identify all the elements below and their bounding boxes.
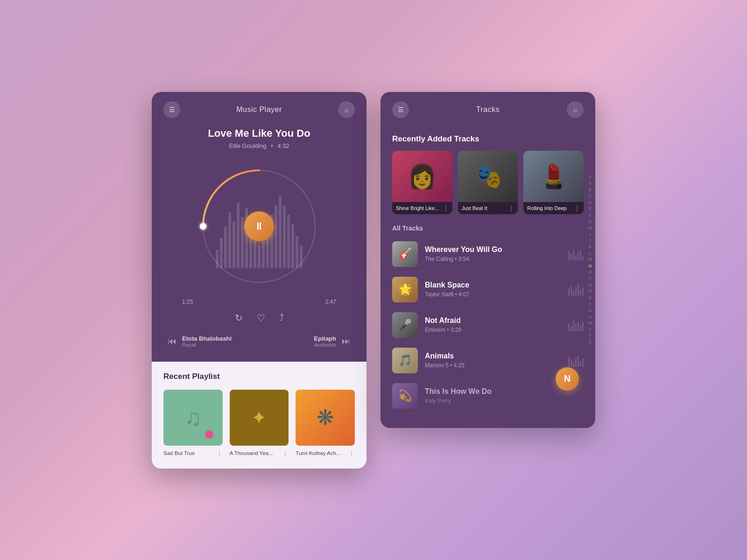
album-card-cher[interactable]: 💄 Rolling Into Deep ⋮ [523,151,584,214]
alpha-letter-y[interactable]: Y [587,333,593,339]
alpha-letter-o[interactable]: O [587,269,593,275]
next-button[interactable]: ⏭ [342,336,350,346]
alpha-letter-q[interactable]: Q [587,282,593,288]
alpha-letter-f[interactable]: F [587,212,593,218]
playlist-item-3[interactable]: Tumi Kothay Ach... ⋮ [296,390,355,457]
player-menu-button[interactable]: ☰ [163,101,180,118]
time-labels: 1:25 2:47 [163,299,355,305]
album-dots-1[interactable]: ⋮ [443,205,449,211]
track-artist-3: Eminem • 3:29 [425,327,561,333]
next-track-artist: Aurthohin [314,342,336,348]
eq-mini-4 [568,354,584,367]
alpha-letter-c[interactable]: C [587,193,593,199]
album-cover-rihanna: 👩 [392,151,452,202]
playlist-item-footer-2: A Thousand Yea... ⋮ [230,449,289,457]
tracks-menu-icon: ☰ [398,106,404,113]
alpha-letter-j[interactable]: J [587,238,593,244]
alpha-letter-i[interactable]: I [587,231,593,238]
prev-track-artist: Recall [182,342,232,348]
track-title-3: Not Afraid [425,316,561,325]
playlist-item-1[interactable]: Sad But True ⋮ [163,390,223,457]
track-thumb-4: 🎵 [392,348,418,373]
alpha-letter-k[interactable]: K [587,244,593,250]
alpha-letter-u[interactable]: U [587,308,593,314]
n-circle-button[interactable]: N [556,367,579,391]
playlist-item-2[interactable]: A Thousand Yea... ⋮ [230,390,289,457]
all-tracks-label: All Tracks [392,224,584,232]
current-track-info: Love Me Like You Do Ellie Goulding • 4:3… [163,127,355,149]
alpha-letter-n[interactable]: N [587,263,593,269]
track-thumb-3: 🎤 [392,312,418,338]
album-cover-michael: 🎭 [458,151,518,202]
alpha-letter-g[interactable]: G [587,219,593,225]
n-label: N [564,373,571,384]
share-button[interactable]: ⤴ [279,312,284,323]
dot-separator: • [271,142,273,149]
menu-icon: ☰ [169,106,175,113]
alpha-letter-l[interactable]: L [587,251,593,257]
tracks-search-button[interactable]: ⌕ [567,101,584,118]
prev-button[interactable]: ⏮ [168,336,176,346]
alpha-letter-x[interactable]: X [587,327,593,333]
player-circle: ⏸ [194,161,324,292]
alpha-letter-d[interactable]: D [587,200,593,206]
track-row-1[interactable]: 🎸 Wherever You Will Go The Calling • 3:5… [392,237,584,272]
alpha-letter-e[interactable]: E [587,206,593,212]
track-thumb-2: 🌟 [392,277,418,302]
alpha-letter-b[interactable]: B [587,187,593,193]
repeat-button[interactable]: ↻ [235,312,243,323]
track-details-5: This Is How We Do Katy Perry [425,387,584,404]
alpha-letter-p[interactable]: P [587,276,593,282]
track-meta: Ellie Goulding • 4:32 [163,142,355,149]
progress-dot[interactable] [200,223,206,230]
recently-added-label: Recently Added Tracks [392,134,584,144]
player-title: Music Player [236,105,282,114]
eq-mini-1 [568,247,584,260]
track-details-1: Wherever You Will Go The Calling • 3:54 [425,245,561,262]
tracks-menu-button[interactable]: ☰ [392,101,409,118]
end-time: 2:47 [325,299,336,305]
player-top: ☰ Music Player ⌕ Love Me Like You Do Ell… [152,92,366,362]
alpha-letter-#[interactable]: # [587,174,593,180]
track-title-5: This Is How We Do [425,387,584,396]
playlist-name-3: Tumi Kothay Ach... [296,450,348,456]
alpha-letter-a[interactable]: A [587,181,593,187]
playlist-grid: Sad But True ⋮ A Thousand Yea... ⋮ Tumi … [163,390,355,457]
alpha-letter-r[interactable]: R [587,288,593,294]
eq-mini-2 [568,283,584,296]
alpha-letter-m[interactable]: M [587,257,593,263]
playlist-name-1: Sad But True [163,450,216,456]
playlist-dots-1[interactable]: ⋮ [216,449,223,457]
track-title-1: Wherever You Will Go [425,245,561,254]
track-row-5[interactable]: 💫 This Is How We Do Katy Perry [392,378,584,414]
alpha-letter-w[interactable]: W [587,320,593,326]
player-search-button[interactable]: ⌕ [338,101,355,118]
album-name-1: Shine Bright Like... [396,205,439,211]
alpha-letter-z[interactable]: Z [587,339,593,345]
playlist-dots-3[interactable]: ⋮ [348,449,355,457]
favorite-button[interactable]: ♡ [257,312,265,323]
alpha-letter-v[interactable]: V [587,314,593,320]
album-card-michael[interactable]: 🎭 Just Beat It ⋮ [458,151,518,214]
album-card-label-1: Shine Bright Like... ⋮ [392,202,452,214]
alpha-letter-s[interactable]: S [587,295,593,301]
track-row-2[interactable]: 🌟 Blank Space Taylor Swift • 4:07 [392,272,584,308]
playlist-item-footer-3: Tumi Kothay Ach... ⋮ [296,449,355,457]
track-row-4[interactable]: 🎵 Animals Maroon 5 • 4:25 [392,343,584,378]
track-row-3[interactable]: 🎤 Not Afraid Eminem • 3:29 [392,308,584,343]
album-dots-2[interactable]: ⋮ [508,205,514,211]
track-thumb-1: 🎸 [392,241,418,267]
alpha-letter-t[interactable]: T [587,301,593,307]
playlist-cover-1 [163,390,223,446]
play-pause-button[interactable]: ⏸ [244,211,274,241]
playlist-cover-2 [230,390,289,446]
track-title-2: Blank Space [425,281,561,289]
next-track: Epitaph Aurthohin ⏭ [314,335,350,348]
album-card-rihanna[interactable]: 👩 Shine Bright Like... ⋮ [392,151,452,214]
app-container: ☰ Music Player ⌕ Love Me Like You Do Ell… [152,92,595,469]
playlist-dots-2[interactable]: ⋮ [282,449,289,457]
alpha-letter-h[interactable]: H [587,225,593,231]
album-dots-3[interactable]: ⋮ [574,205,580,211]
album-card-label-2: Just Beat It ⋮ [458,202,518,214]
album-card-label-3: Rolling Into Deep ⋮ [523,202,584,214]
